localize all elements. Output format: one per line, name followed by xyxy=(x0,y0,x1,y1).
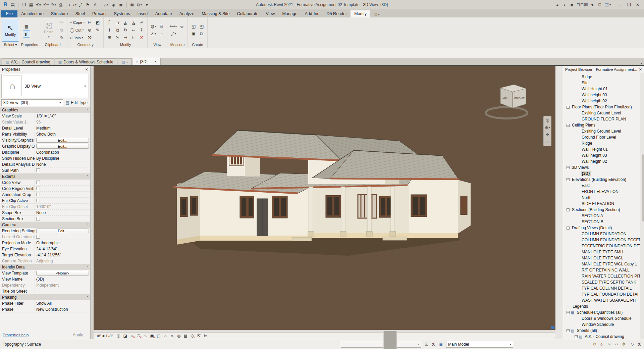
revit-logo[interactable]: R xyxy=(2,1,9,8)
collapse-icon[interactable]: − xyxy=(567,106,570,109)
select-underlay-icon[interactable]: ⊹ xyxy=(598,341,605,348)
tree-item[interactable]: TYPICAL FOUNDATION DETAI xyxy=(563,291,644,297)
text-icon[interactable]: A xyxy=(92,1,99,8)
properties-palette-button[interactable]: ◧ xyxy=(23,31,30,37)
checkbox[interactable] xyxy=(36,193,40,196)
document-tab[interactable]: ▦Doors & Windows Schedule xyxy=(55,58,117,65)
home-view-icon[interactable]: ⌂ xyxy=(544,139,550,145)
displacement-sets-icon[interactable]: ⇱ xyxy=(196,333,202,339)
ribbon-tab-add-ins[interactable]: Add-Ins xyxy=(301,10,323,17)
cope-button[interactable]: ⌐Cope▾ xyxy=(69,19,85,26)
temporary-view-properties-icon[interactable]: ▩ xyxy=(182,333,189,339)
tree-item[interactable]: SIDE ELEVATION xyxy=(563,201,644,207)
panel-label-geometry[interactable]: Geometry xyxy=(67,43,103,48)
property-value[interactable]: None xyxy=(36,162,46,167)
demolish-icon[interactable]: ⚒ xyxy=(86,34,93,41)
property-value[interactable]: 1000' 0" xyxy=(36,204,51,209)
property-value[interactable]: 1/8" = 1'-0" xyxy=(36,114,56,118)
cut-profile-icon[interactable]: ⌓ xyxy=(158,31,165,37)
active-workset-select[interactable]: ▾ xyxy=(341,341,421,348)
panel-label-view[interactable]: View xyxy=(148,43,167,48)
rotate-icon[interactable]: ↻ xyxy=(122,27,129,34)
ribbon-tab-insert[interactable]: Insert xyxy=(133,10,151,17)
tree-item[interactable]: SECTION A xyxy=(563,213,644,219)
section-header[interactable]: Extents^ xyxy=(0,173,90,180)
ribbon-tab-d5-render[interactable]: D5 Render xyxy=(323,10,351,17)
copy-icon[interactable]: ⧉ xyxy=(114,27,121,34)
ribbon-tab-manage[interactable]: Manage xyxy=(278,10,301,17)
document-tab[interactable]: ▤- xyxy=(118,58,131,65)
reveal-constraints-icon[interactable]: ⊨ xyxy=(203,333,209,339)
tag-by-category-icon[interactable]: ⚑ xyxy=(85,1,91,8)
tree-item[interactable]: −Drafting Views (Detail) xyxy=(563,225,644,231)
tree-item[interactable]: Ridge xyxy=(563,140,644,146)
align-icon[interactable]: ⎡ xyxy=(106,19,113,26)
help-icon[interactable]: ?▾ xyxy=(604,1,611,8)
panel-label-modify[interactable]: Modify xyxy=(104,43,147,48)
navigation-wheel-icon[interactable]: ◎ xyxy=(544,117,550,123)
tree-item[interactable]: WAST WATER SOAKAGE PIT xyxy=(563,297,644,303)
tree-item[interactable]: COLUMN FOUNDATION xyxy=(563,231,644,237)
shadows-icon[interactable]: ❍✕ xyxy=(136,333,142,339)
tree-item[interactable]: Wall heigth 02 xyxy=(563,158,644,164)
ribbon-display-toggle[interactable]: ⊡ ▾ xyxy=(372,11,382,17)
trim-extend-single-icon[interactable]: ⊣ xyxy=(122,34,129,41)
collapse-icon[interactable]: − xyxy=(567,178,570,181)
sign-in-icon[interactable]: ☻ xyxy=(569,1,575,8)
property-value[interactable]: By Discipline xyxy=(36,156,59,161)
account-caret-icon[interactable]: ▾ xyxy=(589,1,596,8)
close-button[interactable]: ✕ xyxy=(633,1,642,8)
drawing-canvas-3d-view[interactable]: LEFT FRONT ◎⊕▾✛⌂ xyxy=(94,66,555,330)
drag-on-selection-icon[interactable]: ✥ xyxy=(621,341,627,348)
tree-item[interactable]: ECCENTRIC FOUNDATION DET xyxy=(563,243,644,249)
section-header[interactable]: Identity Data^ xyxy=(0,264,90,270)
scrollbar-thumb[interactable] xyxy=(383,331,397,349)
trim-extend-corner-icon[interactable]: ⌙ xyxy=(130,27,137,34)
tree-item[interactable]: Ridge xyxy=(563,74,644,80)
property-value[interactable]: Show Both xyxy=(36,132,56,137)
section-icon[interactable]: ◈ xyxy=(110,1,117,8)
open-icon[interactable]: ❐ xyxy=(20,1,27,8)
edit-type-button[interactable]: ▦ Edit Type xyxy=(64,100,89,105)
trim-extend-multiple-icon[interactable]: ⊫ xyxy=(130,34,137,41)
ribbon-tab-view[interactable]: View xyxy=(262,10,279,17)
panel-label-select[interactable]: Select ▾ xyxy=(0,43,21,48)
checkbox[interactable] xyxy=(36,235,40,239)
type-selector[interactable]: ⌂ 3D View ▾ xyxy=(1,74,89,98)
tree-item[interactable]: TYPICAL COLUMN DETAIL xyxy=(563,285,644,291)
signed-in-user[interactable]: 口口翻 xyxy=(577,2,588,7)
override-graphics-icon[interactable]: ⌸ xyxy=(158,23,165,30)
wall-joins-icon[interactable]: ⊢ xyxy=(86,19,93,26)
close-icon[interactable]: ✕ xyxy=(154,60,157,63)
tree-item[interactable]: −Floor Plans (Floor Plan FInalized) xyxy=(563,104,644,110)
view-cube[interactable]: LEFT FRONT xyxy=(483,81,543,124)
ribbon-tab-modify[interactable]: Modify xyxy=(351,10,370,17)
checkbox[interactable] xyxy=(36,181,40,184)
tree-item[interactable]: Wall heigth 02 xyxy=(563,98,644,104)
select-by-face-icon[interactable]: ▱ xyxy=(613,341,620,348)
collapse-icon[interactable]: − xyxy=(567,329,570,332)
checkbox[interactable] xyxy=(36,217,40,220)
panel-label-clipboard[interactable]: Clipboard xyxy=(38,43,67,48)
tree-item[interactable]: −▦Schedules/Quantities (all) xyxy=(563,309,644,315)
sync-with-central-icon[interactable]: ⟲▾ xyxy=(35,1,42,8)
linework-icon[interactable]: ∠▾ xyxy=(150,31,157,37)
properties-help-link[interactable]: Properties help xyxy=(3,333,29,337)
join-geometry-button[interactable]: ∪Join▾ xyxy=(69,35,85,41)
design-options-select[interactable]: Main Model▾ xyxy=(446,341,513,348)
worksharing-display-icon[interactable]: ▣ xyxy=(437,341,444,348)
canvas-corner-grip[interactable] xyxy=(551,326,554,329)
offset-icon[interactable]: ⊐ xyxy=(114,19,121,26)
measure-along-element-icon[interactable]: ⌯ xyxy=(178,23,185,30)
panel-label-create[interactable]: Create xyxy=(188,43,207,48)
tree-item[interactable]: ≔Legends xyxy=(563,303,644,309)
delete-icon[interactable]: ✕ xyxy=(138,34,145,41)
collapse-icon[interactable]: − xyxy=(567,227,570,230)
tree-item[interactable]: SECTION B xyxy=(563,219,644,225)
chevron-down-icon[interactable]: ▾ xyxy=(84,84,86,88)
section-header[interactable]: Phasing^ xyxy=(0,294,90,300)
pin-icon[interactable]: ⍒ xyxy=(138,27,145,34)
tree-item[interactable]: GROUND FLOOR PLAN xyxy=(563,116,644,122)
paint-icon[interactable]: ✎ xyxy=(94,27,101,34)
match-type-properties-icon[interactable]: ✎ xyxy=(58,35,65,41)
